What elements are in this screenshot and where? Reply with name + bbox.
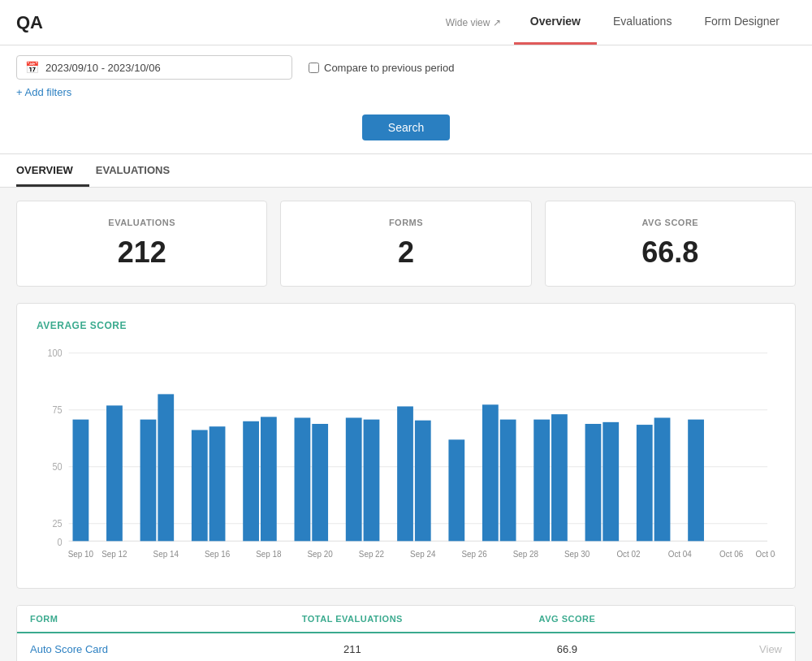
svg-rect-32	[654, 417, 671, 541]
svg-text:Sep 18: Sep 18	[256, 549, 282, 558]
search-button[interactable]: Search	[362, 114, 450, 140]
svg-text:0: 0	[58, 537, 63, 547]
forms-table: FORM TOTAL EVALUATIONS AVG SCORE Auto Sc…	[16, 605, 796, 661]
stat-value-evaluations: 212	[37, 235, 247, 270]
svg-rect-22	[397, 406, 413, 541]
cell-avg-0: 66.9	[460, 643, 675, 655]
svg-text:Sep 30: Sep 30	[564, 549, 590, 558]
svg-rect-20	[346, 417, 362, 541]
svg-text:50: 50	[53, 462, 63, 472]
chart-card: AVERAGE SCORE 100 75 50 25 0	[16, 303, 796, 589]
compare-label: Compare to previous period	[324, 62, 454, 74]
top-navigation: Wide view ↗ Overview Evaluations Form De…	[446, 0, 796, 45]
svg-text:Sep 26: Sep 26	[461, 549, 487, 558]
svg-text:75: 75	[53, 405, 63, 415]
svg-text:Sep 16: Sep 16	[205, 549, 231, 558]
svg-rect-28	[551, 414, 568, 541]
stat-card-evaluations: EVALUATIONS 212	[16, 201, 267, 287]
svg-text:Sep 22: Sep 22	[359, 549, 385, 558]
nav-tab-overview[interactable]: Overview	[514, 0, 597, 45]
svg-text:Sep 20: Sep 20	[308, 549, 334, 558]
date-row: 📅 2023/09/10 - 2023/10/06 Compare to pre…	[16, 55, 796, 80]
bar-chart-svg: 100 75 50 25 0	[37, 344, 775, 572]
svg-rect-21	[364, 420, 380, 542]
wide-view-label[interactable]: Wide view ↗	[446, 17, 501, 28]
compare-checkbox-wrap: Compare to previous period	[309, 62, 454, 74]
stat-label-evaluations: EVALUATIONS	[37, 218, 247, 227]
svg-text:Sep 24: Sep 24	[410, 549, 436, 558]
stat-label-forms: FORMS	[300, 218, 511, 227]
app-title: QA	[16, 12, 43, 33]
svg-rect-31	[637, 425, 653, 541]
svg-text:Sep 10: Sep 10	[68, 549, 94, 558]
svg-rect-23	[415, 421, 431, 542]
filter-bar: 📅 2023/09/10 - 2023/10/06 Compare to pre…	[0, 45, 812, 154]
svg-rect-18	[295, 417, 311, 541]
date-range-input[interactable]: 📅 2023/09/10 - 2023/10/06	[16, 55, 292, 80]
table-col-header-avg: AVG SCORE	[460, 614, 675, 624]
top-bar: QA Wide view ↗ Overview Evaluations Form…	[0, 0, 812, 45]
svg-text:100: 100	[48, 348, 63, 358]
svg-rect-11	[106, 405, 123, 541]
main-content: EVALUATIONS 212 FORMS 2 AVG SCORE 66.8 A…	[0, 188, 812, 661]
content-tab-evaluations[interactable]: EVALUATIONS	[96, 154, 186, 187]
svg-rect-25	[482, 404, 499, 541]
calendar-icon: 📅	[25, 61, 39, 74]
svg-text:Sep 12: Sep 12	[102, 549, 127, 558]
svg-rect-26	[500, 420, 516, 542]
svg-text:Sep 14: Sep 14	[153, 549, 179, 558]
table-col-header-form: FORM	[30, 614, 245, 624]
svg-rect-33	[688, 420, 704, 542]
svg-text:Oct 02: Oct 02	[616, 549, 640, 558]
stat-card-avg-score: AVG SCORE 66.8	[545, 201, 796, 287]
svg-rect-12	[140, 420, 157, 542]
cell-evals-0: 211	[245, 643, 460, 655]
cell-form-name-0[interactable]: Auto Score Card	[30, 643, 245, 655]
svg-rect-14	[192, 430, 208, 542]
svg-text:Oct 08: Oct 08	[756, 549, 775, 558]
cell-action-0[interactable]: View	[675, 643, 782, 655]
table-col-header-action	[675, 614, 782, 624]
chart-container: 100 75 50 25 0	[37, 344, 775, 572]
table-header-row: FORM TOTAL EVALUATIONS AVG SCORE	[17, 606, 795, 633]
stat-value-avg-score: 66.8	[565, 235, 775, 270]
svg-text:25: 25	[53, 519, 63, 529]
nav-tab-form-designer[interactable]: Form Designer	[688, 0, 796, 45]
svg-text:Oct 04: Oct 04	[668, 549, 692, 558]
svg-text:Sep 28: Sep 28	[513, 549, 539, 558]
svg-rect-27	[533, 420, 550, 542]
svg-rect-13	[158, 394, 174, 541]
stat-value-forms: 2	[300, 235, 511, 270]
stats-row: EVALUATIONS 212 FORMS 2 AVG SCORE 66.8	[16, 201, 796, 287]
add-filters-link[interactable]: + Add filters	[16, 86, 796, 98]
svg-rect-15	[209, 426, 226, 541]
date-range-value: 2023/09/10 - 2023/10/06	[45, 62, 161, 74]
svg-rect-10	[73, 420, 89, 542]
stat-card-forms: FORMS 2	[280, 201, 531, 287]
content-tabs: OVERVIEW EVALUATIONS	[0, 154, 812, 188]
search-row: Search	[16, 106, 796, 153]
svg-rect-29	[585, 424, 602, 541]
stat-label-avg-score: AVG SCORE	[565, 218, 775, 227]
table-row: Auto Score Card 211 66.9 View	[17, 633, 795, 661]
table-col-header-evals: TOTAL EVALUATIONS	[245, 614, 460, 624]
svg-rect-17	[261, 417, 277, 541]
svg-rect-19	[312, 424, 328, 541]
content-tab-overview[interactable]: OVERVIEW	[16, 154, 89, 187]
nav-tab-evaluations[interactable]: Evaluations	[597, 0, 688, 45]
chart-title: AVERAGE SCORE	[37, 320, 775, 331]
compare-checkbox[interactable]	[309, 63, 319, 73]
svg-rect-16	[243, 421, 259, 542]
svg-text:Oct 06: Oct 06	[719, 549, 743, 558]
svg-rect-24	[448, 439, 464, 541]
svg-rect-30	[603, 422, 619, 541]
